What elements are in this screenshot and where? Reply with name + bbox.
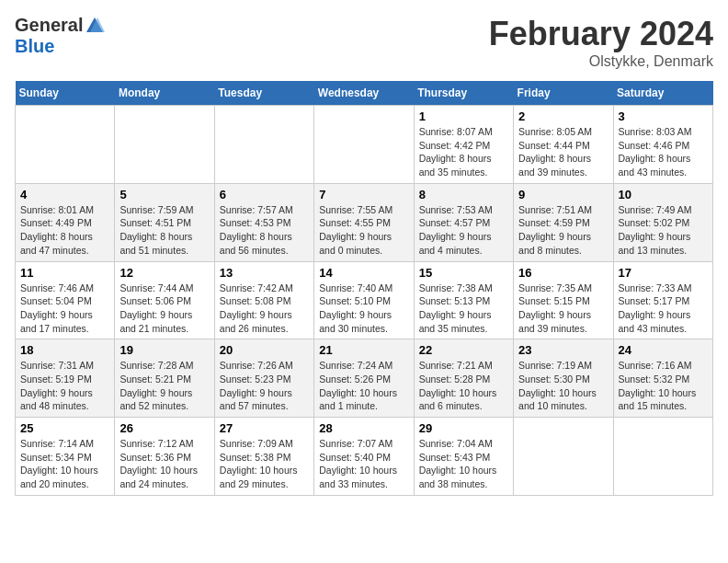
day-number: 22 [419, 343, 508, 357]
day-info: Sunrise: 7:12 AM Sunset: 5:36 PM Dayligh… [119, 437, 209, 491]
day-number: 4 [20, 188, 109, 201]
calendar-week-row: 11Sunrise: 7:46 AM Sunset: 5:04 PM Dayli… [16, 261, 713, 339]
calendar-week-row: 1Sunrise: 8:07 AM Sunset: 4:42 PM Daylig… [16, 106, 713, 184]
calendar-day-cell: 3Sunrise: 8:03 AM Sunset: 4:46 PM Daylig… [613, 106, 712, 184]
calendar-day-cell: 11Sunrise: 7:46 AM Sunset: 5:04 PM Dayli… [16, 261, 115, 339]
day-info: Sunrise: 7:40 AM Sunset: 5:10 PM Dayligh… [319, 282, 408, 336]
calendar-day-cell: 4Sunrise: 8:01 AM Sunset: 4:49 PM Daylig… [16, 183, 115, 261]
day-number: 7 [319, 188, 408, 201]
day-info: Sunrise: 8:01 AM Sunset: 4:49 PM Dayligh… [20, 203, 109, 258]
calendar-table: SundayMondayTuesdayWednesdayThursdayFrid… [15, 81, 713, 496]
calendar-day-cell: 20Sunrise: 7:26 AM Sunset: 5:23 PM Dayli… [214, 339, 313, 418]
day-number: 19 [119, 343, 209, 357]
calendar-day-cell [115, 106, 214, 184]
weekday-header-cell: Wednesday [314, 81, 414, 106]
calendar-day-cell: 19Sunrise: 7:28 AM Sunset: 5:21 PM Dayli… [115, 339, 214, 418]
calendar-day-cell: 13Sunrise: 7:42 AM Sunset: 5:08 PM Dayli… [214, 261, 313, 339]
calendar-day-cell: 5Sunrise: 7:59 AM Sunset: 4:51 PM Daylig… [115, 183, 214, 261]
day-info: Sunrise: 7:33 AM Sunset: 5:17 PM Dayligh… [619, 282, 708, 336]
day-number: 25 [20, 421, 109, 435]
day-info: Sunrise: 7:55 AM Sunset: 4:55 PM Dayligh… [319, 203, 408, 258]
calendar-day-cell: 1Sunrise: 8:07 AM Sunset: 4:42 PM Daylig… [414, 106, 513, 184]
day-info: Sunrise: 7:09 AM Sunset: 5:38 PM Dayligh… [220, 437, 309, 491]
day-number: 18 [20, 343, 109, 357]
day-number: 28 [319, 421, 408, 435]
day-info: Sunrise: 8:05 AM Sunset: 4:44 PM Dayligh… [518, 125, 608, 179]
day-info: Sunrise: 7:28 AM Sunset: 5:21 PM Dayligh… [119, 359, 209, 413]
day-info: Sunrise: 7:14 AM Sunset: 5:34 PM Dayligh… [20, 437, 109, 491]
day-number: 8 [419, 188, 508, 201]
logo-icon [85, 16, 105, 36]
calendar-day-cell [514, 418, 613, 496]
header: General Blue February 2024 Olstykke, Den… [15, 15, 713, 70]
calendar-day-cell: 6Sunrise: 7:57 AM Sunset: 4:53 PM Daylig… [214, 183, 313, 261]
day-info: Sunrise: 8:03 AM Sunset: 4:46 PM Dayligh… [619, 125, 708, 179]
weekday-header-cell: Sunday [16, 81, 115, 106]
day-number: 14 [319, 266, 408, 280]
day-info: Sunrise: 7:26 AM Sunset: 5:23 PM Dayligh… [220, 359, 309, 413]
weekday-header-cell: Monday [115, 81, 214, 106]
day-info: Sunrise: 7:38 AM Sunset: 5:13 PM Dayligh… [419, 282, 508, 336]
day-info: Sunrise: 7:07 AM Sunset: 5:40 PM Dayligh… [319, 437, 408, 491]
day-number: 5 [119, 188, 209, 201]
calendar-day-cell: 15Sunrise: 7:38 AM Sunset: 5:13 PM Dayli… [414, 261, 513, 339]
calendar-day-cell: 17Sunrise: 7:33 AM Sunset: 5:17 PM Dayli… [613, 261, 712, 339]
day-info: Sunrise: 7:44 AM Sunset: 5:06 PM Dayligh… [119, 282, 209, 336]
calendar-week-row: 25Sunrise: 7:14 AM Sunset: 5:34 PM Dayli… [16, 418, 713, 496]
title-area: February 2024 Olstykke, Denmark [489, 15, 713, 70]
day-info: Sunrise: 7:46 AM Sunset: 5:04 PM Dayligh… [20, 282, 109, 336]
logo: General Blue [15, 15, 105, 57]
calendar-day-cell: 25Sunrise: 7:14 AM Sunset: 5:34 PM Dayli… [16, 418, 115, 496]
calendar-day-cell: 22Sunrise: 7:21 AM Sunset: 5:28 PM Dayli… [414, 339, 513, 418]
day-info: Sunrise: 7:04 AM Sunset: 5:43 PM Dayligh… [419, 437, 508, 491]
calendar-day-cell [314, 106, 414, 184]
weekday-header-cell: Tuesday [214, 81, 313, 106]
day-info: Sunrise: 7:19 AM Sunset: 5:30 PM Dayligh… [518, 359, 608, 413]
day-info: Sunrise: 7:49 AM Sunset: 5:02 PM Dayligh… [619, 203, 708, 258]
calendar-day-cell: 14Sunrise: 7:40 AM Sunset: 5:10 PM Dayli… [314, 261, 414, 339]
day-number: 1 [419, 109, 508, 123]
month-title: February 2024 [489, 15, 713, 53]
day-number: 2 [518, 109, 608, 123]
location-title: Olstykke, Denmark [489, 53, 713, 70]
calendar-day-cell: 12Sunrise: 7:44 AM Sunset: 5:06 PM Dayli… [115, 261, 214, 339]
calendar-day-cell: 9Sunrise: 7:51 AM Sunset: 4:59 PM Daylig… [514, 183, 613, 261]
day-number: 10 [619, 188, 708, 201]
day-info: Sunrise: 7:59 AM Sunset: 4:51 PM Dayligh… [119, 203, 209, 258]
calendar-day-cell [16, 106, 115, 184]
calendar-day-cell: 23Sunrise: 7:19 AM Sunset: 5:30 PM Dayli… [514, 339, 613, 418]
day-info: Sunrise: 7:24 AM Sunset: 5:26 PM Dayligh… [319, 359, 408, 413]
day-number: 11 [20, 266, 109, 280]
day-number: 13 [220, 266, 309, 280]
day-info: Sunrise: 7:42 AM Sunset: 5:08 PM Dayligh… [220, 282, 309, 336]
day-number: 24 [619, 343, 708, 357]
day-number: 26 [119, 421, 209, 435]
calendar-day-cell [613, 418, 712, 496]
day-number: 23 [518, 343, 608, 357]
day-number: 16 [518, 266, 608, 280]
calendar-day-cell: 29Sunrise: 7:04 AM Sunset: 5:43 PM Dayli… [414, 418, 513, 496]
day-info: Sunrise: 7:21 AM Sunset: 5:28 PM Dayligh… [419, 359, 508, 413]
weekday-header-cell: Friday [514, 81, 613, 106]
calendar-day-cell: 10Sunrise: 7:49 AM Sunset: 5:02 PM Dayli… [613, 183, 712, 261]
day-number: 20 [220, 343, 309, 357]
day-info: Sunrise: 7:51 AM Sunset: 4:59 PM Dayligh… [518, 203, 608, 258]
day-number: 6 [220, 188, 309, 201]
calendar-day-cell [214, 106, 313, 184]
day-info: Sunrise: 7:53 AM Sunset: 4:57 PM Dayligh… [419, 203, 508, 258]
weekday-header-cell: Saturday [613, 81, 712, 106]
calendar-day-cell: 8Sunrise: 7:53 AM Sunset: 4:57 PM Daylig… [414, 183, 513, 261]
day-number: 9 [518, 188, 608, 201]
calendar-week-row: 4Sunrise: 8:01 AM Sunset: 4:49 PM Daylig… [16, 183, 713, 261]
day-number: 17 [619, 266, 708, 280]
weekday-header-row: SundayMondayTuesdayWednesdayThursdayFrid… [16, 81, 713, 106]
day-number: 27 [220, 421, 309, 435]
calendar-day-cell: 21Sunrise: 7:24 AM Sunset: 5:26 PM Dayli… [314, 339, 414, 418]
day-number: 3 [619, 109, 708, 123]
calendar-body: 1Sunrise: 8:07 AM Sunset: 4:42 PM Daylig… [16, 106, 713, 496]
calendar-day-cell: 27Sunrise: 7:09 AM Sunset: 5:38 PM Dayli… [214, 418, 313, 496]
day-number: 12 [119, 266, 209, 280]
calendar-day-cell: 16Sunrise: 7:35 AM Sunset: 5:15 PM Dayli… [514, 261, 613, 339]
day-info: Sunrise: 7:16 AM Sunset: 5:32 PM Dayligh… [619, 359, 708, 413]
calendar-day-cell: 24Sunrise: 7:16 AM Sunset: 5:32 PM Dayli… [613, 339, 712, 418]
